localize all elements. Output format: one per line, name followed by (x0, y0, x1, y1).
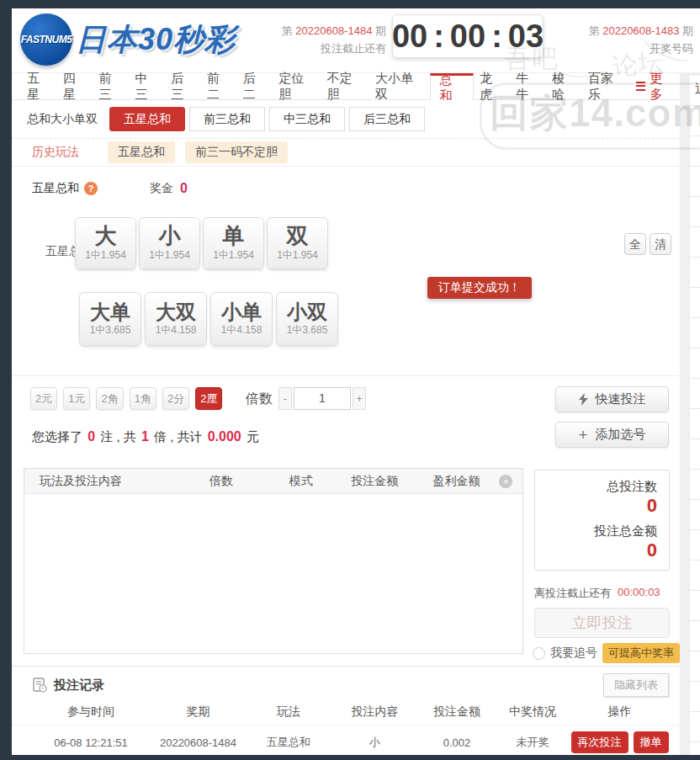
period-prefix: 第 (589, 24, 600, 37)
bet-option-shuang[interactable]: 双 1中1.954 (267, 217, 328, 269)
tab-sixing[interactable]: 四星 (57, 73, 93, 99)
option-name: 大 (95, 224, 117, 249)
minus-button[interactable]: - (278, 387, 292, 410)
tab-qianer[interactable]: 前二 (201, 73, 237, 99)
history-tag-2[interactable]: 前三一码不定胆 (185, 141, 288, 163)
plus-button[interactable]: + (353, 387, 366, 410)
record-actions: 再次投注 撤单 (570, 731, 669, 753)
bet-option-xiaoshuang[interactable]: 小双 1中3.685 (276, 292, 338, 346)
bet-slip-table: 玩法及投注内容 倍数 模式 投注金额 盈利金额 × (24, 468, 523, 654)
summary-text: 倍 , 共计 (154, 429, 203, 444)
bet-option-da[interactable]: 大 1中1.954 (75, 217, 136, 269)
deadline-label: 投注截止还有 (273, 40, 386, 57)
subnav-wuxing-zonghe[interactable]: 五星总和 (109, 107, 185, 131)
lightning-icon (579, 393, 588, 406)
close-icon[interactable]: × (499, 475, 512, 488)
quick-bet-button[interactable]: 快速投注 (555, 386, 669, 412)
option-odds: 1中4.158 (156, 323, 197, 337)
header: FASTNUM5 日本30秒彩 第 20220608-1484 期 投注截止还有… (12, 8, 700, 72)
submit-bet-button[interactable]: 立即投注 (534, 608, 670, 638)
tab-suoha[interactable]: 梭哈 (546, 73, 582, 99)
nav-tab-partial: 追 (695, 81, 700, 97)
subnav-housan-zonghe[interactable]: 后三总和 (349, 107, 425, 131)
tab-more[interactable]: 更多 (630, 73, 680, 99)
totals-box: 总投注数 0 投注总金额 0 (534, 470, 670, 571)
tab-dingweidan[interactable]: 定位胆 (273, 73, 321, 99)
add-numbers-button[interactable]: + 添加选号 (555, 422, 669, 448)
bet-option-xiao[interactable]: 小 1中1.954 (139, 217, 200, 269)
denomination-row: 2元 1元 2角 1角 2分 2厘 (30, 387, 222, 410)
record-play: 五星总和 (247, 735, 331, 750)
record-amount: 0.002 (419, 736, 495, 749)
tab-qiansan[interactable]: 前三 (93, 73, 130, 99)
col-mode: 模式 (266, 474, 336, 489)
tab-housan[interactable]: 后三 (165, 73, 201, 99)
game-name: 五星总和 (32, 181, 79, 196)
tab-zhongsan[interactable]: 中三 (129, 73, 165, 99)
option-odds: 1中1.954 (213, 248, 254, 263)
prize-value: 0 (180, 181, 188, 196)
logo-brand: FASTNUM5 (21, 34, 72, 45)
period-suffix: 期 (375, 24, 386, 37)
tab-wuxing[interactable]: 五星 (21, 73, 57, 99)
total-bets-value: 0 (547, 495, 657, 517)
bet-option-dashuang[interactable]: 大双 1中4.158 (145, 292, 207, 346)
tab-budingdan[interactable]: 不定胆 (321, 73, 369, 99)
tab-niuniu[interactable]: 牛牛 (510, 73, 546, 99)
current-period-number: 20220608-1484 (295, 24, 372, 37)
bet-option-xiaodan[interactable]: 小单 1中4.158 (210, 292, 273, 346)
tab-zonghe-active[interactable]: 总和 (430, 73, 475, 100)
denom-2yuan[interactable]: 2元 (30, 387, 57, 410)
denom-2fen[interactable]: 2分 (162, 387, 189, 410)
option-name: 小双 (287, 300, 327, 324)
help-icon[interactable]: ? (84, 182, 98, 195)
denom-2jiao[interactable]: 2角 (96, 387, 123, 410)
option-name: 小 (159, 224, 181, 249)
multiplier-input[interactable]: 1 (294, 387, 351, 410)
stake-area: 2元 1元 2角 1角 2分 2厘 倍数 - 1 + 快速投注 + 添加选号 (12, 375, 680, 460)
subnav-zhongsan-zonghe[interactable]: 中三总和 (269, 107, 345, 131)
bet-slip-header: 玩法及投注内容 倍数 模式 投注金额 盈利金额 × (24, 469, 522, 494)
history-row: 历史玩法 五星总和 前三一码不定胆 (12, 138, 680, 167)
clear-button[interactable]: 清 (650, 233, 671, 255)
page: FASTNUM5 日本30秒彩 第 20220608-1484 期 投注截止还有… (0, 0, 700, 760)
countdown-minutes: 00 (450, 19, 485, 55)
tab-houer[interactable]: 后二 (237, 73, 273, 99)
total-amount-label: 投注总金额 (547, 523, 657, 539)
history-tag-1[interactable]: 五星总和 (108, 141, 175, 163)
record-row: 06-08 12:21:51 20220608-1484 五星总和 小 0.00… (12, 725, 680, 755)
bet-option-dan[interactable]: 单 1中1.954 (203, 217, 264, 269)
tab-longhu[interactable]: 龙虎 (474, 73, 510, 99)
bet-option-dadan[interactable]: 大单 1中3.685 (79, 292, 141, 346)
col-bet-amount: 投注金额 (336, 474, 413, 489)
denom-2li-active[interactable]: 2厘 (195, 387, 222, 410)
col-play-content: 玩法及投注内容 (24, 474, 176, 489)
option-name: 双 (287, 224, 309, 249)
tab-baijiale[interactable]: 百家乐 (582, 73, 630, 99)
bet-options-row-1: 大 1中1.954 小 1中1.954 单 1中1.954 双 1中1.954 (75, 217, 328, 269)
summary-text: 您选择了 (32, 429, 82, 444)
history-label: 历史玩法 (32, 145, 79, 160)
period-suffix: 期 (682, 24, 693, 37)
tab-daxiaodanshuang[interactable]: 大小单双 (369, 73, 430, 99)
deadline-time: 00:00:03 (618, 586, 660, 601)
select-all-button[interactable]: 全 (624, 233, 646, 255)
total-amount-value: 0 (547, 539, 657, 561)
period-prefix: 第 (282, 24, 293, 37)
list-icon (636, 82, 645, 91)
logo: FASTNUM5 日本30秒彩 (20, 13, 236, 66)
denom-1yuan[interactable]: 1元 (63, 387, 90, 410)
cancel-bet-button[interactable]: 撤单 (634, 731, 669, 753)
rebet-button[interactable]: 再次投注 (571, 731, 628, 753)
bet-options-row-2: 大单 1中3.685 大双 1中4.158 小单 1中4.158 小双 1中3.… (79, 292, 338, 346)
chase-label: 我要追号 (550, 646, 597, 661)
bet-records-section: 投注记录 隐藏列表 参与时间 奖期 玩法 投注内容 投注金额 中奖情况 操作 0… (12, 666, 680, 755)
chase-row: 我要追号 可提高中奖率 (533, 643, 680, 663)
chase-radio[interactable] (533, 647, 545, 660)
option-name: 大单 (90, 300, 130, 324)
subnav-qiansan-zonghe[interactable]: 前三总和 (189, 107, 265, 131)
prize-label: 奖金 (150, 181, 173, 196)
col-multiplier: 倍数 (176, 474, 266, 489)
denom-1jiao[interactable]: 1角 (130, 387, 156, 410)
hide-list-button[interactable]: 隐藏列表 (603, 673, 669, 697)
